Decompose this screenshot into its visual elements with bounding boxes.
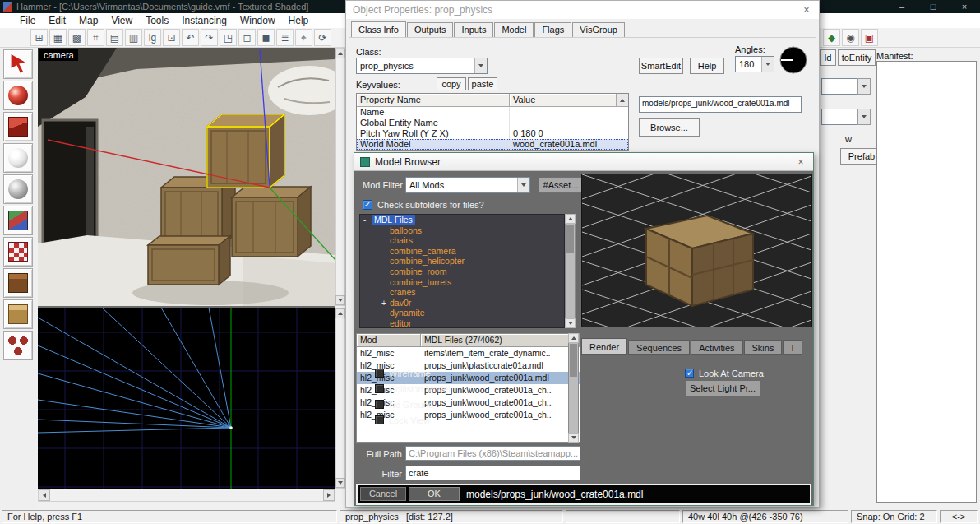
scrollbar-thumb[interactable] — [566, 225, 574, 253]
snap-to-grid-icon[interactable]: ⌗ — [87, 29, 104, 46]
close-button[interactable]: × — [949, 0, 980, 13]
checkbox-look-at-camera[interactable]: Look At Camera — [685, 365, 764, 381]
select-light-button[interactable]: Select Light Pr... — [685, 380, 760, 397]
toolbar-light-icon[interactable]: ◉ — [842, 29, 859, 46]
checkbox-wireframe[interactable]: Wireframe — [375, 365, 451, 381]
chevron-down-icon[interactable] — [474, 58, 487, 73]
column-header-mdl-files[interactable]: MDL Files (27/4062) — [421, 334, 580, 347]
model-browser-titlebar[interactable]: Model Browser — [354, 153, 813, 171]
tab-i[interactable]: I — [783, 340, 802, 355]
tab-class-info[interactable]: Class Info — [351, 21, 406, 37]
asset-button[interactable]: #Asset... — [539, 177, 583, 193]
2d-viewport-vscrollbar[interactable] — [335, 308, 345, 489]
world-button-partial[interactable]: ld — [820, 49, 836, 66]
camera-tool[interactable] — [3, 112, 33, 141]
maximize-button[interactable]: □ — [918, 0, 949, 13]
class-combo[interactable]: prop_physics — [356, 58, 488, 74]
tab-inputs[interactable]: Inputs — [454, 22, 493, 37]
tree-item-combine-turrets[interactable]: combine_turrets — [360, 277, 564, 288]
entity-report-icon[interactable]: ≣ — [276, 29, 294, 46]
cancel-button[interactable]: Cancel — [360, 487, 406, 501]
ignore-groups-icon[interactable]: ig — [144, 29, 161, 46]
run-map-icon[interactable]: ⟳ — [314, 29, 331, 46]
chevron-down-icon[interactable] — [517, 178, 529, 192]
3d-viewport[interactable]: camera — [38, 48, 335, 306]
model-path-field[interactable]: models/props_junk/wood_crate001a.mdl — [639, 96, 802, 113]
tree-item-combine-room[interactable]: combine_room — [360, 267, 564, 277]
toggle-grid-icon[interactable]: ⊞ — [30, 29, 48, 46]
undo-icon[interactable]: ↶ — [182, 29, 199, 46]
menu-window[interactable]: Window — [233, 14, 282, 27]
group-icon[interactable]: ▤ — [106, 29, 123, 46]
grid-larger-icon[interactable]: ▩ — [68, 29, 86, 46]
checkbox-no-ground[interactable]: No Ground — [375, 396, 451, 412]
menu-instancing[interactable]: Instancing — [175, 14, 233, 27]
smartedit-button[interactable]: SmartEdit — [639, 58, 683, 74]
model-preview-viewport[interactable] — [581, 174, 812, 327]
tree-expander-icon[interactable]: - — [363, 216, 372, 226]
tree-item-chairs[interactable]: chairs — [360, 235, 564, 246]
tree-item-balloons[interactable]: balloons — [360, 225, 564, 236]
toolbar-model-icon[interactable]: ◆ — [823, 29, 840, 46]
tree-scrollbar[interactable] — [565, 214, 576, 328]
checkbox-collision-model[interactable]: Collision Model — [375, 381, 451, 396]
file-row[interactable]: hl2_miscitems\item_item_crate_dynamic.. — [357, 347, 580, 359]
overlay-tool[interactable] — [3, 299, 33, 329]
full-path-field[interactable]: C:\Program Files (x86)\Steam\steamapp... — [405, 446, 580, 461]
tree-item-dav0r[interactable]: +dav0r — [360, 298, 564, 308]
magnify-tool[interactable] — [3, 81, 33, 110]
grid-smaller-icon[interactable]: ▦ — [49, 29, 67, 46]
ok-button[interactable]: OK — [409, 487, 460, 501]
tab-render[interactable]: Render — [581, 338, 627, 355]
property-row-global-entity-name[interactable]: Global Entity Name — [357, 118, 628, 128]
menu-file[interactable]: File — [13, 14, 42, 27]
column-header-value[interactable]: Value — [510, 94, 617, 107]
object-properties-titlebar[interactable]: Object Properties: prop_physics — [346, 1, 819, 19]
angles-dial[interactable] — [779, 45, 808, 75]
tree-item-mdl-files[interactable]: -MDL Files — [360, 215, 564, 225]
status-pan-control[interactable]: <-> — [940, 510, 978, 523]
help-button[interactable]: Help — [690, 58, 724, 74]
tree-item-editor[interactable]: editor — [360, 318, 564, 328]
file-table-scrollbar[interactable] — [568, 333, 579, 443]
objects-dropdown-arrow[interactable] — [858, 109, 871, 125]
apply-decals-tool[interactable] — [3, 268, 33, 298]
tree-item-combine-helicopter[interactable]: combine_helicopter — [360, 256, 564, 267]
apply-current-texture-tool[interactable] — [3, 237, 33, 267]
categories-combo-partial[interactable] — [821, 78, 858, 95]
tab-activities[interactable]: Activities — [691, 340, 742, 355]
objects-combo-partial[interactable] — [821, 109, 858, 125]
menu-help[interactable]: Help — [282, 14, 316, 27]
minimize-button[interactable]: – — [886, 0, 918, 13]
redo-icon[interactable]: ↷ — [201, 29, 218, 46]
close-icon[interactable]: × — [793, 155, 808, 169]
check-subfolders-checkbox[interactable]: Check subfolders for files? — [363, 197, 484, 212]
checkbox-lock-view[interactable]: Lock View — [375, 412, 451, 428]
texture-application-tool[interactable] — [3, 206, 33, 235]
2d-viewport-hscrollbar[interactable] — [38, 489, 335, 502]
scrollbar-thumb[interactable] — [570, 344, 577, 377]
tab-skins[interactable]: Skins — [744, 340, 783, 355]
copy-button[interactable]: copy — [437, 77, 466, 90]
paste-button[interactable]: paste — [468, 77, 497, 90]
property-row-world-model[interactable]: World Modelwood_crate001a.mdl — [357, 139, 628, 150]
tab-model[interactable]: Model — [494, 22, 534, 37]
filter-field[interactable]: crate — [405, 466, 580, 480]
ungroup-icon[interactable]: ▥ — [125, 29, 142, 46]
goto-coords-icon[interactable]: ⌖ — [295, 29, 312, 46]
selection-tool[interactable] — [3, 49, 33, 79]
tab-visgroup[interactable]: VisGroup — [572, 22, 625, 37]
property-row-pitch-yaw-roll-y-z-x-[interactable]: Pitch Yaw Roll (Y Z X)0 180 0 — [357, 128, 628, 139]
property-row-name[interactable]: Name — [357, 107, 628, 118]
close-icon[interactable]: × — [799, 3, 814, 16]
to-entity-button[interactable]: toEntity — [838, 49, 876, 66]
tree-item-dynamite[interactable]: dynamite — [360, 308, 564, 318]
categories-dropdown-arrow[interactable] — [858, 78, 871, 95]
texture-lock-icon[interactable]: ⊡ — [163, 29, 180, 46]
clipping-tool[interactable] — [3, 331, 33, 360]
hide-selected-icon[interactable]: ◼ — [257, 29, 275, 46]
entity-tool[interactable] — [3, 143, 33, 173]
chevron-down-icon[interactable] — [761, 57, 774, 72]
carve-icon[interactable]: ◳ — [220, 29, 237, 46]
tab-sequences[interactable]: Sequences — [628, 340, 690, 355]
